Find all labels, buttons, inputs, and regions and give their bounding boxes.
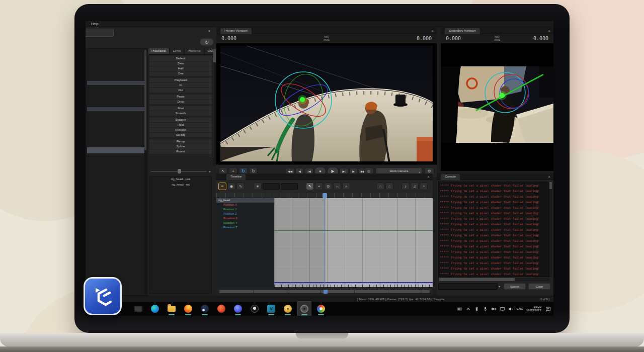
time-field-1[interactable] bbox=[263, 183, 280, 190]
submit-button[interactable]: Submit bbox=[504, 283, 526, 290]
tab-console[interactable]: Console bbox=[441, 174, 460, 180]
taskbar-app-button[interactable] bbox=[215, 302, 228, 316]
track-channel-label[interactable]: Position Z bbox=[216, 212, 274, 216]
track-channel-label[interactable]: Rotation X bbox=[216, 216, 274, 221]
list-item[interactable] bbox=[87, 107, 144, 111]
scrollbar-thumb[interactable] bbox=[213, 49, 216, 62]
preset-tab[interactable]: Phoneme bbox=[185, 48, 204, 54]
taskbar-app-button[interactable]: V bbox=[265, 302, 278, 316]
chevron-down-icon[interactable]: ▾ bbox=[206, 29, 212, 34]
preset-button[interactable]: One bbox=[149, 71, 212, 76]
taskbar-app-button[interactable] bbox=[248, 302, 261, 316]
microphone-icon[interactable] bbox=[482, 306, 488, 312]
move-tool-button[interactable]: + bbox=[315, 183, 323, 190]
audio-icon[interactable]: ♪ bbox=[401, 183, 410, 190]
close-icon[interactable]: × bbox=[426, 174, 431, 179]
clip-editor-button[interactable]: ≡ bbox=[218, 183, 226, 190]
taskbar-app-button[interactable] bbox=[281, 302, 294, 316]
chevron-down-icon[interactable]: ▾ bbox=[499, 285, 500, 288]
animation-set-list[interactable] bbox=[87, 48, 147, 296]
taskbar-app-button[interactable] bbox=[165, 302, 178, 316]
key-icon[interactable]: ∗ bbox=[254, 183, 262, 190]
preset-target-row[interactable]: rig_head - rot bbox=[150, 182, 211, 188]
display-icon[interactable] bbox=[500, 306, 505, 312]
pan-tool-button[interactable]: ⊙ bbox=[324, 183, 332, 190]
console-log[interactable]: ***** Trying to set a pixel shader that … bbox=[438, 182, 549, 277]
preset-button[interactable]: Zero bbox=[149, 61, 212, 66]
preset-tab[interactable]: Procedural bbox=[148, 48, 169, 54]
track-channel-label[interactable]: Rotation Y bbox=[216, 221, 274, 225]
primary-viewport-scene[interactable] bbox=[216, 43, 437, 164]
refresh-button[interactable]: ↻ bbox=[200, 38, 214, 46]
tab-primary-viewport[interactable]: Primary Viewport bbox=[220, 28, 252, 34]
timeline-scrollbar[interactable] bbox=[218, 289, 431, 294]
preset-button[interactable]: Release bbox=[149, 128, 212, 132]
close-icon[interactable]: × bbox=[547, 174, 551, 179]
track-channel-label[interactable]: Position X bbox=[216, 203, 274, 207]
preset-button[interactable]: Drop bbox=[149, 100, 212, 104]
bluetooth-icon[interactable] bbox=[474, 306, 479, 312]
audio-mute-icon[interactable]: ♫ bbox=[411, 183, 419, 190]
preset-button[interactable]: Smooth bbox=[149, 111, 212, 116]
track-channel-label[interactable]: Rotation Z bbox=[216, 225, 274, 230]
track-channel-label[interactable]: Position Y bbox=[216, 207, 274, 212]
preset-button[interactable]: Half bbox=[149, 66, 212, 71]
taskbar-app-button[interactable] bbox=[182, 302, 195, 316]
clock-icon[interactable]: ◔ bbox=[420, 183, 428, 190]
secondary-viewport-scene[interactable] bbox=[441, 43, 553, 171]
taskbar-app-button[interactable] bbox=[198, 302, 211, 316]
preset-strength-slider[interactable]: ▸ bbox=[150, 169, 211, 174]
tray-chevron-icon[interactable] bbox=[465, 306, 471, 312]
scrollbar-thumb[interactable] bbox=[144, 50, 146, 150]
preset-button[interactable]: In bbox=[149, 83, 212, 87]
console-input[interactable] bbox=[438, 283, 498, 290]
zoom-tool-button[interactable]: ⌕ bbox=[342, 183, 350, 190]
preset-button[interactable]: Playhead bbox=[149, 78, 212, 82]
time-field-2[interactable] bbox=[281, 183, 298, 190]
preset-button[interactable]: Out bbox=[149, 88, 212, 93]
scrollbar[interactable] bbox=[144, 50, 146, 294]
close-icon[interactable]: × bbox=[430, 29, 435, 33]
scrollbar-horizontal[interactable] bbox=[438, 278, 549, 281]
news-widget-icon[interactable] bbox=[457, 306, 462, 312]
preset-button[interactable]: Steady bbox=[149, 133, 212, 137]
preset-button[interactable]: Spline bbox=[149, 144, 212, 149]
preset-tab[interactable]: Lerps bbox=[170, 48, 184, 54]
tab-secondary-viewport[interactable]: Secondary Viewport bbox=[445, 28, 480, 34]
scrollbar[interactable] bbox=[213, 49, 216, 164]
track-group-header[interactable]: rig_head bbox=[216, 198, 274, 203]
scrollbar-playhead-marker[interactable] bbox=[324, 290, 328, 294]
battery-icon[interactable] bbox=[491, 306, 497, 312]
close-icon[interactable]: × bbox=[547, 29, 551, 33]
scale-tool-button[interactable]: ↔ bbox=[333, 183, 341, 190]
taskbar-app-button[interactable] bbox=[314, 302, 328, 316]
preset-button[interactable]: Stagger bbox=[149, 118, 212, 122]
tab-timeline[interactable]: Timeline bbox=[226, 174, 246, 180]
preset-button[interactable]: Hold bbox=[149, 123, 212, 127]
scrollbar-thumb[interactable] bbox=[439, 278, 515, 281]
preset-button[interactable]: Paste bbox=[149, 95, 212, 99]
speaker-mute-icon[interactable] bbox=[508, 306, 514, 312]
eye-icon[interactable]: ◉ bbox=[227, 183, 235, 190]
animation-set-combobox[interactable] bbox=[86, 29, 114, 37]
taskbar-app-button[interactable] bbox=[132, 302, 145, 316]
taskbar-app-button[interactable] bbox=[298, 302, 311, 316]
timeline-graph[interactable] bbox=[274, 198, 433, 287]
taskbar-app-button[interactable] bbox=[231, 302, 245, 316]
slider-handle[interactable] bbox=[178, 169, 181, 173]
taskbar-app-button[interactable] bbox=[148, 302, 162, 316]
scrollbar[interactable] bbox=[549, 182, 552, 277]
preset-button[interactable]: Ramp bbox=[149, 139, 212, 144]
preset-button[interactable]: Default bbox=[149, 56, 212, 61]
taskbar-clock[interactable]: 15:23 16/03/2022 bbox=[526, 305, 541, 312]
language-indicator[interactable]: ENG bbox=[517, 307, 523, 310]
preset-target-row[interactable]: rig_head - pos bbox=[150, 177, 211, 182]
list-item-selected[interactable] bbox=[87, 147, 144, 153]
preset-button[interactable]: Round bbox=[149, 149, 212, 154]
magnet-icon[interactable]: ∩ bbox=[376, 183, 384, 190]
action-center-icon[interactable] bbox=[544, 305, 551, 312]
scrollbar-thumb[interactable] bbox=[549, 182, 552, 189]
cursor-tool-button[interactable]: ↖ bbox=[306, 183, 314, 190]
playhead-marker[interactable] bbox=[323, 193, 327, 198]
preset-button[interactable]: Jitter bbox=[149, 106, 212, 111]
